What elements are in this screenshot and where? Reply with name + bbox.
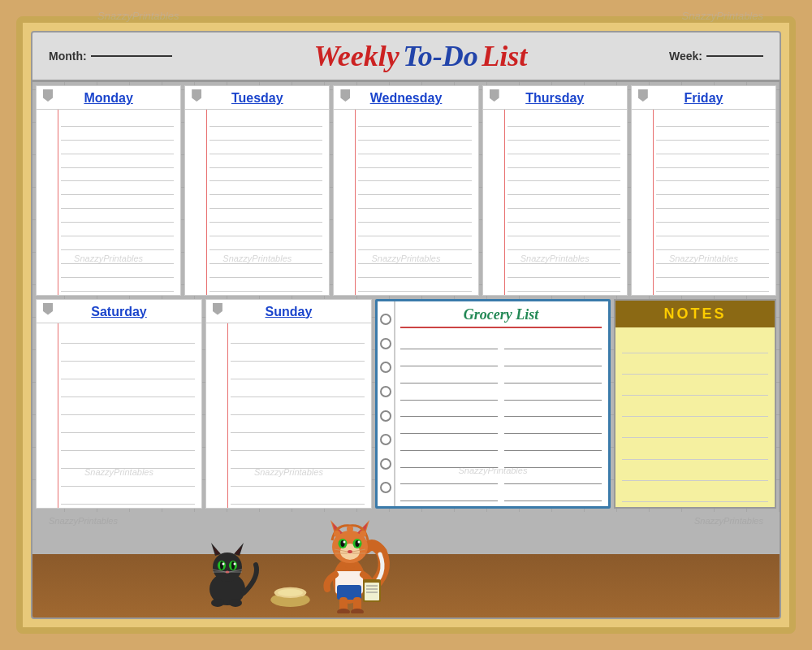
svg-point-1 [213,552,242,582]
bottom-decoration: SnazzyPrintables SnazzyPrintables [32,512,780,618]
month-field: Month: [49,50,172,63]
day-lines-monday [37,110,180,295]
grocery-col-left [400,333,498,502]
grocery-spiral [378,301,395,507]
food-bowl [268,579,313,608]
day-lines-friday [632,110,775,295]
notes-cell[interactable]: NOTES [614,299,776,509]
fox-character [309,508,398,613]
grocery-lines-area [400,333,602,502]
day-lines-wednesday [334,110,477,295]
svg-point-11 [234,563,236,566]
svg-point-10 [222,563,225,566]
grocery-content: Grocery List [378,301,608,507]
day-cell-wednesday[interactable]: Wednesday SnazzyPrintables [333,85,478,296]
day-header-sunday: Sunday [206,300,371,323]
day-lines-tuesday [185,110,329,295]
bottom-row: Saturday SnazzyPrintables Sunday [36,299,776,509]
top-row: Monday SnazzyPrintables Tuesday [36,85,776,296]
watermark-bottom-left: SnazzyPrintables [49,516,118,526]
svg-point-54 [360,531,366,537]
title-weekly: Weekly [313,40,399,72]
day-header-friday: Friday [632,86,775,110]
svg-point-12 [226,571,230,574]
svg-point-9 [231,561,235,570]
watermark-bottom-right: SnazzyPrintables [694,516,763,526]
day-cell-saturday[interactable]: Saturday SnazzyPrintables [36,299,202,509]
day-header-tuesday: Tuesday [185,86,329,110]
title-todo: To-Do [403,40,478,72]
svg-point-41 [343,541,346,544]
day-lines-saturday [37,323,201,509]
svg-point-42 [358,541,361,544]
cat-character [195,536,260,609]
day-cell-friday[interactable]: Friday SnazzyPrintables [631,85,776,296]
svg-point-21 [278,589,303,596]
red-margin-thursday [504,110,505,295]
notes-lines [615,327,775,508]
grocery-header: Grocery List [400,306,602,328]
red-margin-friday [653,110,654,295]
day-lines-sunday [206,323,371,509]
day-header-monday: Monday [37,86,180,110]
day-lines-thursday [483,110,627,295]
day-header-saturday: Saturday [37,300,201,323]
day-header-wednesday: Wednesday [334,86,477,110]
red-margin-sunday [227,323,228,509]
grid-area: Monday SnazzyPrintables Tuesday [32,82,780,512]
red-margin-wednesday [355,110,356,295]
week-label: Week: [669,50,702,63]
header: Month: SnazzyPrintables Weekly To-Do Lis… [32,32,780,82]
day-header-thursday: Thursday [483,86,627,110]
svg-point-50 [337,609,350,613]
month-line [91,55,172,57]
svg-point-53 [347,526,353,532]
day-cell-monday[interactable]: Monday SnazzyPrintables [36,85,181,296]
week-line [706,55,763,57]
red-margin-tuesday [206,110,207,295]
inner-content: Month: SnazzyPrintables Weekly To-Do Lis… [31,31,781,619]
grocery-col-right [504,333,602,502]
week-field: Week: [669,50,763,63]
grocery-cell[interactable]: Grocery List [375,299,611,509]
svg-point-17 [211,599,224,607]
outer-frame: Month: SnazzyPrintables Weekly To-Do Lis… [16,16,796,634]
notes-header: NOTES [615,301,775,327]
svg-point-8 [220,561,223,570]
page-title: Weekly To-Do List [172,39,669,73]
month-label: Month: [49,50,87,63]
red-margin-saturday [58,323,58,509]
red-margin-monday [58,110,58,295]
day-cell-thursday[interactable]: Thursday SnazzyPrintables [482,85,628,296]
day-cell-tuesday[interactable]: Tuesday SnazzyPrintables [184,85,330,296]
svg-rect-26 [365,583,379,600]
svg-point-43 [348,550,352,553]
svg-point-18 [229,599,242,607]
svg-point-51 [351,609,364,613]
svg-point-52 [334,531,340,537]
day-cell-sunday[interactable]: Sunday SnazzyPrintables [205,299,372,509]
title-list: List [482,40,527,72]
